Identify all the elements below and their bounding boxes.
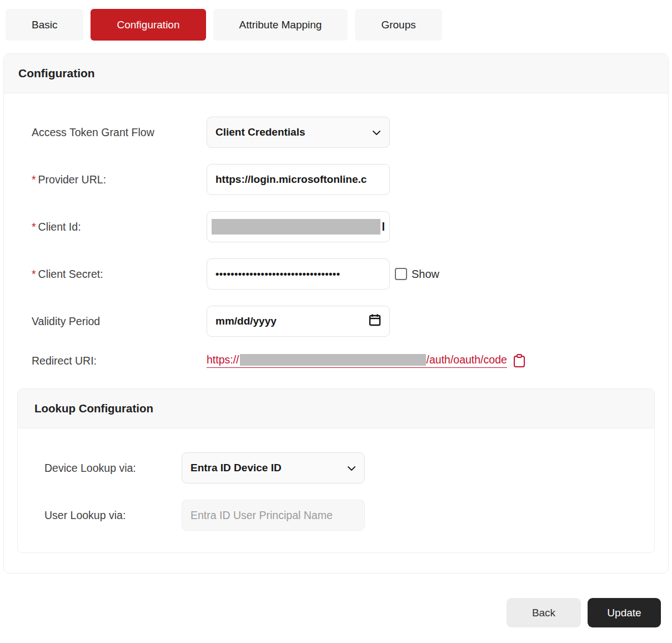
client-secret-label: *Client Secret:	[17, 268, 207, 281]
client-secret-label-text: Client Secret:	[38, 268, 103, 280]
user-lookup-value: Entra ID User Principal Name	[190, 509, 333, 522]
client-id-visible-char: l	[382, 221, 385, 233]
footer-actions: Back Update	[0, 598, 672, 627]
user-lookup-input-disabled: Entra ID User Principal Name	[182, 500, 365, 531]
show-secret-label: Show	[412, 268, 439, 281]
tab-configuration[interactable]: Configuration	[91, 9, 205, 41]
required-asterisk: *	[32, 268, 36, 280]
validity-period-date-input[interactable]: mm/dd/yyyy	[207, 306, 390, 337]
show-secret-group: Show	[395, 268, 439, 281]
redirect-uri-redaction	[240, 354, 426, 366]
client-id-row: *Client Id: l	[17, 211, 655, 242]
provider-url-row: *Provider URL:	[17, 164, 655, 195]
device-lookup-select[interactable]: Entra ID Device ID	[182, 452, 365, 484]
client-secret-input[interactable]	[207, 258, 390, 290]
chevron-down-icon	[347, 462, 356, 474]
client-id-redaction	[212, 219, 380, 235]
client-id-label: *Client Id:	[17, 221, 207, 233]
grant-flow-select[interactable]: Client Credentials	[207, 117, 390, 148]
user-lookup-row: User Lookup via: Entra ID User Principal…	[31, 500, 641, 531]
date-placeholder: mm/dd/yyyy	[215, 315, 277, 327]
lookup-configuration-card: Lookup Configuration Device Lookup via: …	[17, 388, 655, 553]
tab-bar: Basic Configuration Attribute Mapping Gr…	[0, 0, 672, 41]
client-id-input[interactable]: l	[207, 211, 390, 242]
back-button[interactable]: Back	[506, 598, 581, 627]
redirect-uri-link[interactable]: https:// /auth/oauth/code	[207, 353, 507, 368]
configuration-card-header: Configuration	[4, 54, 668, 93]
copy-icon[interactable]	[513, 353, 526, 368]
grant-flow-row: Access Token Grant Flow Client Credentia…	[17, 117, 655, 148]
required-asterisk: *	[32, 221, 36, 233]
client-secret-row: *Client Secret: Show	[17, 258, 655, 290]
redirect-uri-suffix: /auth/oauth/code	[427, 353, 507, 366]
validity-period-label: Validity Period	[17, 315, 207, 328]
provider-url-input[interactable]	[207, 164, 390, 195]
redirect-uri-row: Redirect URI: https:// /auth/oauth/code	[17, 353, 655, 368]
tab-basic[interactable]: Basic	[6, 9, 83, 41]
user-lookup-label: User Lookup via:	[31, 509, 182, 522]
page-title: Configuration	[18, 67, 654, 80]
lookup-configuration-header: Lookup Configuration	[18, 389, 654, 428]
device-lookup-row: Device Lookup via: Entra ID Device ID	[31, 452, 641, 484]
update-button[interactable]: Update	[588, 598, 661, 627]
provider-url-label-text: Provider URL:	[38, 173, 106, 186]
configuration-form: Access Token Grant Flow Client Credentia…	[4, 93, 668, 573]
client-id-label-text: Client Id:	[38, 221, 81, 233]
tab-attribute-mapping[interactable]: Attribute Mapping	[213, 9, 348, 41]
validity-period-row: Validity Period mm/dd/yyyy	[17, 306, 655, 337]
tab-groups[interactable]: Groups	[355, 9, 442, 41]
lookup-configuration-title: Lookup Configuration	[34, 402, 638, 415]
chevron-down-icon	[372, 126, 381, 138]
required-asterisk: *	[32, 173, 36, 186]
lookup-configuration-body: Device Lookup via: Entra ID Device ID Us…	[18, 428, 654, 552]
grant-flow-selected-value: Client Credentials	[215, 126, 305, 138]
configuration-card: Configuration Access Token Grant Flow Cl…	[3, 53, 669, 574]
show-secret-checkbox[interactable]	[395, 268, 407, 280]
redirect-uri-prefix: https://	[207, 353, 239, 366]
grant-flow-label: Access Token Grant Flow	[17, 126, 207, 139]
redirect-uri-label: Redirect URI:	[17, 355, 207, 367]
device-lookup-label: Device Lookup via:	[31, 462, 182, 475]
calendar-icon[interactable]	[369, 313, 381, 330]
provider-url-label: *Provider URL:	[17, 173, 207, 186]
device-lookup-selected-value: Entra ID Device ID	[190, 462, 282, 474]
